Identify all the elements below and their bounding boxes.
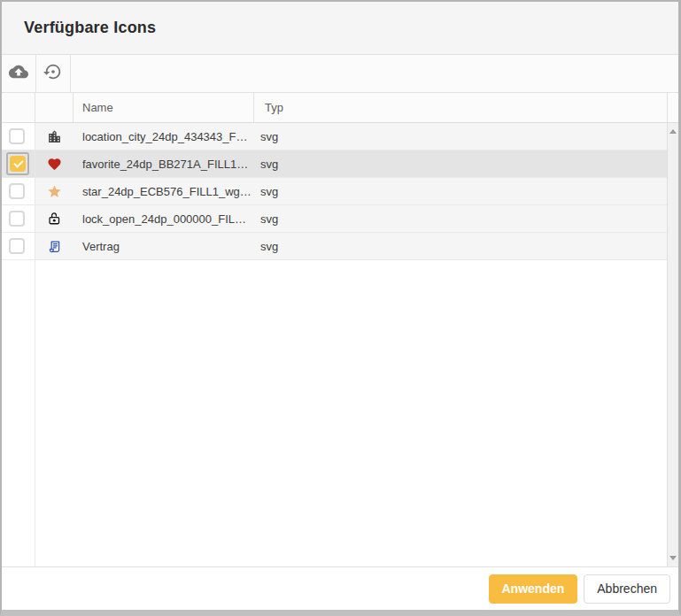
row-name: lock_open_24dp_000000_FIL…	[74, 205, 254, 232]
row-name: favorite_24dp_BB271A_FILL1…	[74, 150, 254, 177]
row-name: star_24dp_ECB576_FILL1_wg…	[74, 178, 254, 204]
row-checkbox[interactable]	[9, 211, 25, 227]
backup-restore-icon	[43, 62, 63, 85]
row-checkbox-cell	[2, 205, 35, 232]
dialog-footer: Anwenden Abbrechen	[2, 566, 678, 610]
apply-button[interactable]: Anwenden	[489, 574, 578, 604]
checkbox-focus-ring	[6, 152, 29, 175]
column-header-icon	[35, 93, 74, 122]
scrollbar-track[interactable]	[668, 123, 678, 566]
row-checkbox-cell	[2, 123, 35, 150]
toolbar	[2, 55, 678, 93]
table-row[interactable]: favorite_24dp_BB271A_FILL1…svg	[2, 150, 667, 178]
building-icon	[35, 123, 74, 150]
row-checkbox-cell	[2, 150, 35, 177]
row-typ: svg	[254, 150, 667, 177]
empty-filler	[35, 260, 667, 566]
cloud-upload-icon	[9, 62, 28, 85]
dialog-content: Name Typ location_city_24dp_434343_F…svg…	[2, 93, 678, 566]
table-row[interactable]: Vertragsvg	[2, 233, 667, 260]
table-row[interactable]: location_city_24dp_434343_F…svg	[2, 123, 667, 150]
table-row[interactable]: lock_open_24dp_000000_FIL…svg	[2, 205, 667, 233]
table-row[interactable]: star_24dp_ECB576_FILL1_wg…svg	[2, 178, 667, 205]
table-header-row: Name Typ	[2, 93, 667, 123]
upload-icon-button[interactable]	[2, 55, 36, 92]
checkbox-column-filler	[2, 260, 35, 566]
dialog-title: Verfügbare Icons	[24, 19, 156, 37]
icons-table: Name Typ location_city_24dp_434343_F…svg…	[2, 93, 667, 566]
row-name: location_city_24dp_434343_F…	[74, 123, 254, 150]
heart-icon	[35, 150, 74, 177]
column-header-name: Name	[74, 93, 254, 122]
table-empty-area	[2, 260, 667, 566]
row-typ: svg	[254, 123, 667, 150]
scroll-down-arrow[interactable]	[669, 556, 677, 560]
vertical-scrollbar[interactable]	[667, 93, 678, 566]
row-typ: svg	[254, 233, 667, 259]
cancel-button[interactable]: Abbrechen	[584, 574, 670, 604]
available-icons-dialog: Verfügbare Icons Name Typ	[0, 0, 681, 616]
star-icon	[35, 178, 74, 204]
row-checkbox[interactable]	[9, 183, 25, 199]
row-name: Vertrag	[74, 233, 254, 259]
column-header-typ: Typ	[254, 93, 667, 122]
dialog-titlebar: Verfügbare Icons	[2, 2, 678, 55]
column-header-checkbox	[2, 93, 35, 122]
row-typ: svg	[254, 178, 667, 204]
row-checkbox-cell	[2, 233, 35, 259]
row-checkbox-cell	[2, 178, 35, 204]
lock-open-icon	[35, 205, 74, 232]
table-body: location_city_24dp_434343_F…svg favorite…	[2, 123, 667, 260]
contract-icon	[35, 233, 74, 259]
scroll-up-arrow[interactable]	[669, 129, 677, 134]
restore-button[interactable]	[36, 55, 71, 92]
row-checkbox[interactable]	[9, 238, 25, 254]
row-checkbox[interactable]	[10, 156, 26, 172]
scrollbar-header-spacer	[668, 93, 678, 123]
row-checkbox[interactable]	[9, 128, 25, 144]
row-typ: svg	[254, 205, 667, 232]
